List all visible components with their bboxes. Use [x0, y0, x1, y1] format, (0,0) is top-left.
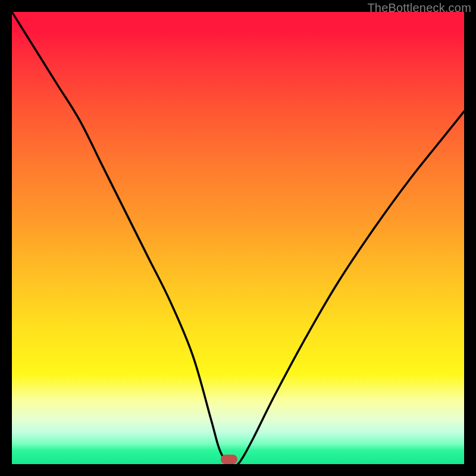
chart-frame: TheBottleneck.com: [0, 0, 476, 476]
bottleneck-curve: [12, 12, 464, 464]
watermark-text: TheBottleneck.com: [367, 1, 471, 15]
plot-area: [12, 12, 464, 464]
bottleneck-marker: [221, 455, 237, 464]
